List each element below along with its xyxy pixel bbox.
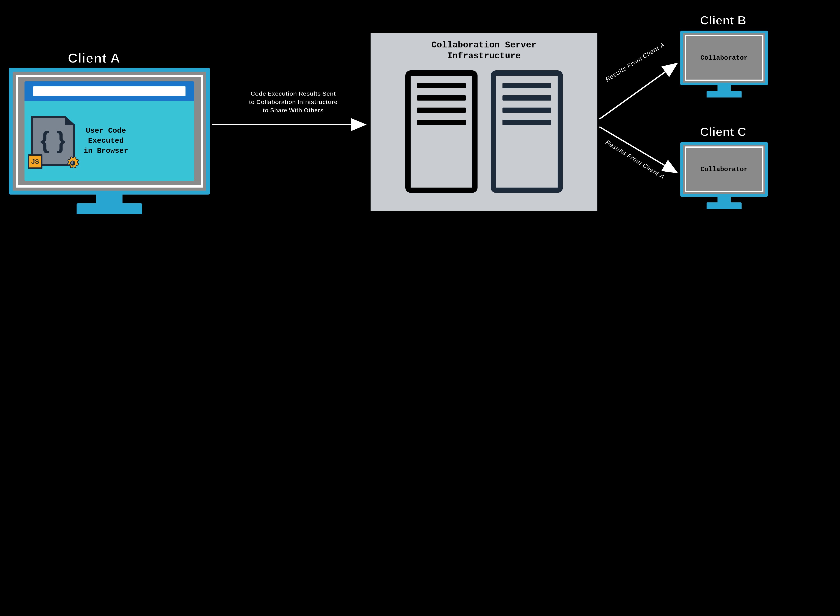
monitor-stand-icon [718,196,731,203]
server-rack-icon [491,70,563,193]
arrow-to-b-icon [599,63,677,119]
arrow-label-line: Code Execution Results Sent [225,89,361,98]
client-c-monitor: Collaborator [680,142,768,197]
edge-to-client-c-label: Results From Client A [604,138,666,181]
server-box: Collaboration Server Infrastructure [370,32,598,211]
client-b-monitor: Collaborator [680,31,768,85]
client-c-title: Client C [700,125,746,139]
monitor-stand-icon [96,194,122,205]
server-title-line: Collaboration Server [371,40,597,51]
server-rack-icon [405,70,478,193]
browser-topbar-icon [25,81,194,101]
js-file-icon: { } JS [31,116,75,166]
caption-line: Executed [84,136,128,146]
gear-icon [66,157,79,170]
arrow-label-line: to Collaboration Infrastructure [225,98,361,106]
client-b-title: Client B [700,13,746,27]
browser-window-icon: { } JS User Code Executed in Browser [25,81,194,181]
url-bar-icon [33,87,185,96]
server-title: Collaboration Server Infrastructure [371,33,597,62]
caption-line: in Browser [84,146,128,156]
client-a-monitor: { } JS User Code Executed in Browser [9,68,210,195]
edge-to-client-b-label: Results From Client A [604,41,666,83]
client-a-title: Client A [68,50,120,66]
monitor-stand-icon [718,85,731,91]
client-a-caption: User Code Executed in Browser [84,126,128,156]
arrow-main-label: Code Execution Results Sent to Collabora… [225,89,361,114]
client-b-label: Collaborator [686,36,762,79]
diagram-canvas: Client A { } JS [0,0,840,616]
braces-icon: { } [31,128,75,152]
client-c-label: Collaborator [686,148,762,191]
arrow-label-line: to Share With Others [225,106,361,114]
monitor-base-icon [706,202,741,209]
js-badge-icon: JS [28,154,43,169]
monitor-base-icon [706,91,741,97]
monitor-base-icon [76,203,142,214]
caption-line: User Code [84,126,128,136]
server-title-line: Infrastructure [371,51,597,62]
